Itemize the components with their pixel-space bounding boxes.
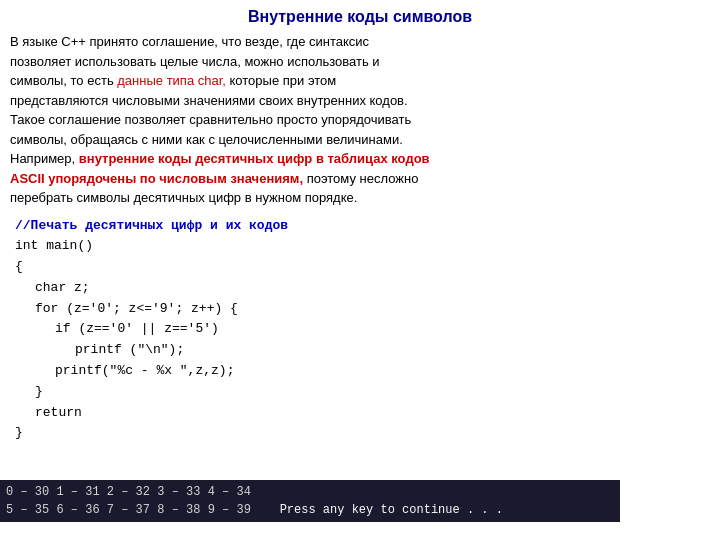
code-return-line: return	[15, 403, 710, 424]
para-line3-red: данные типа char,	[117, 73, 226, 88]
para-line9: перебрать символы десятичных цифр в нужн…	[10, 190, 357, 205]
terminal-window: 0 – 30 1 – 31 2 – 32 3 – 33 4 – 34 5 – 3…	[0, 480, 620, 522]
code-printf-newline: printf ("\n");	[15, 340, 710, 361]
para-line7-before: Например,	[10, 151, 79, 166]
para-line4: представляются числовыми значениями свои…	[10, 93, 408, 108]
code-for-loop: for (z='0'; z<='9'; z++) {	[15, 299, 710, 320]
para-line7-red: внутренние коды десятичных цифр в таблиц…	[79, 151, 430, 166]
code-open-brace: {	[15, 257, 710, 278]
terminal-line2-data: 5 – 35 6 – 36 7 – 37 8 – 38 9 – 39	[6, 503, 251, 517]
code-block: //Печать десятичных цифр и их кодов int …	[10, 216, 710, 445]
code-char-decl: char z;	[15, 278, 710, 299]
code-printf-val: printf("%c - %x ",z,z);	[15, 361, 710, 382]
para-line2: позволяет использовать целые числа, можн…	[10, 54, 380, 69]
terminal-line1: 0 – 30 1 – 31 2 – 32 3 – 33 4 – 34	[6, 483, 614, 501]
code-main-declaration: int main()	[15, 236, 710, 257]
para-line5: Такое соглашение позволяет сравнительно …	[10, 112, 411, 127]
terminal-line2: 5 – 35 6 – 36 7 – 37 8 – 38 9 – 39 Press…	[6, 501, 614, 519]
para-line6: символы, обращаясь с ними как с целочисл…	[10, 132, 403, 147]
para-line1: В языке С++ принято соглашение, что везд…	[10, 34, 369, 49]
code-comment: //Печать десятичных цифр и их кодов	[15, 216, 710, 237]
intro-paragraph: В языке С++ принято соглашение, что везд…	[10, 32, 710, 208]
code-close-for: }	[15, 382, 710, 403]
page-title: Внутренние коды символов	[0, 0, 720, 32]
para-line8-after: поэтому несложно	[303, 171, 418, 186]
code-close-main: }	[15, 423, 710, 444]
code-if-stmt: if (z=='0' || z=='5')	[15, 319, 710, 340]
para-line8-red: ASCII упорядочены по числовым значениям,	[10, 171, 303, 186]
para-line3-before: символы, то есть	[10, 73, 117, 88]
terminal-press-text: Press any key to continue . . .	[280, 503, 503, 517]
para-line3-after: которые при этом	[226, 73, 336, 88]
